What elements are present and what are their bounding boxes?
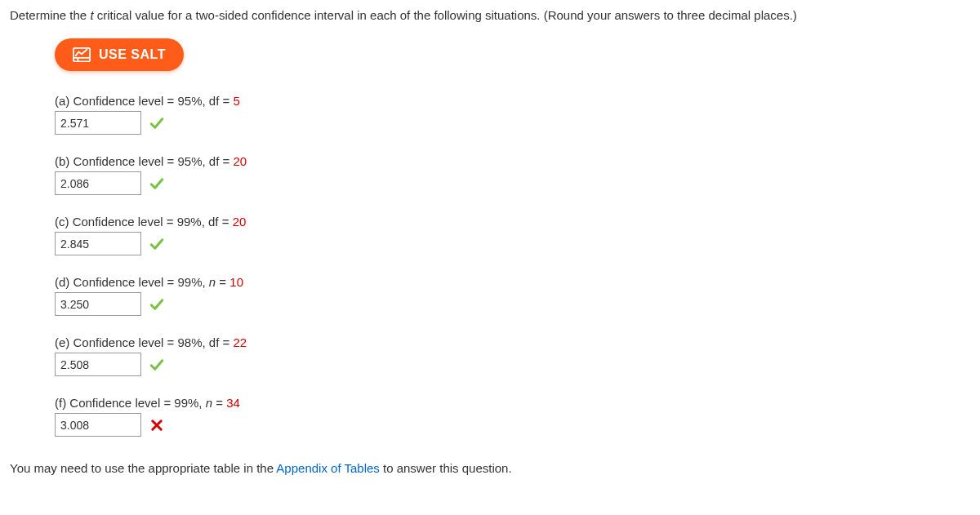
part-c-label: (c) Confidence level = 99%, df = 20 (55, 215, 970, 229)
part-d: (d) Confidence level = 99%, n = 10 (55, 275, 970, 316)
salt-icon (73, 47, 91, 62)
check-icon (149, 116, 164, 131)
appendix-tables-link[interactable]: Appendix of Tables (276, 461, 379, 475)
part-e: (e) Confidence level = 98%, df = 22 (55, 335, 970, 376)
instructions-prefix: Determine the (10, 8, 90, 22)
footer-prefix: You may need to use the appropriate tabl… (10, 461, 276, 475)
part-a-input[interactable] (55, 111, 141, 135)
check-icon (149, 237, 164, 251)
footer-suffix: to answer this question. (380, 461, 512, 475)
instructions-suffix: critical value for a two-sided confidenc… (94, 8, 797, 22)
check-icon (149, 297, 164, 312)
question-instructions: Determine the t critical value for a two… (10, 8, 970, 22)
footer-hint: You may need to use the appropriate tabl… (10, 461, 970, 475)
part-a: (a) Confidence level = 95%, df = 5 (55, 94, 970, 135)
part-b-input[interactable] (55, 171, 141, 195)
part-d-label: (d) Confidence level = 99%, n = 10 (55, 275, 970, 289)
part-c: (c) Confidence level = 99%, df = 20 (55, 215, 970, 255)
part-a-label: (a) Confidence level = 95%, df = 5 (55, 94, 970, 108)
part-b-label: (b) Confidence level = 95%, df = 20 (55, 154, 970, 168)
part-e-input[interactable] (55, 353, 141, 376)
use-salt-button[interactable]: USE SALT (55, 38, 184, 71)
check-icon (149, 176, 164, 191)
part-e-label: (e) Confidence level = 98%, df = 22 (55, 335, 970, 349)
part-d-input[interactable] (55, 292, 141, 316)
check-icon (149, 357, 164, 372)
part-f-input[interactable] (55, 413, 141, 437)
x-icon (149, 418, 164, 433)
part-c-input[interactable] (55, 232, 141, 255)
part-f: (f) Confidence level = 99%, n = 34 (55, 396, 970, 437)
salt-label: USE SALT (99, 47, 166, 62)
part-f-label: (f) Confidence level = 99%, n = 34 (55, 396, 970, 410)
part-b: (b) Confidence level = 95%, df = 20 (55, 154, 970, 195)
